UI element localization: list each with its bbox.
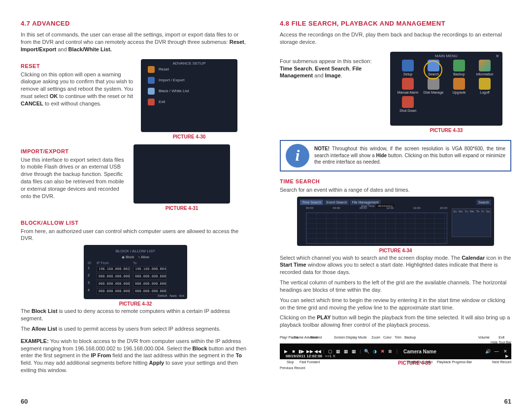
play-icon[interactable]: ▶ bbox=[283, 349, 289, 354]
fig33-caption: PICTURE 4-33 bbox=[390, 128, 502, 133]
fig30-caption: PICTURE 4-30 bbox=[141, 134, 237, 139]
note-box: i NOTE! Throughout this window, if the s… bbox=[280, 140, 511, 171]
figure-4-35: Play/ Pause Frame Advance Rewind Screen … bbox=[280, 336, 511, 372]
page-number-left: 60 bbox=[21, 398, 28, 405]
figure-4-32: BLOCK / ALLOW LIST ◉ Block ○ Allow ID IP… bbox=[84, 245, 187, 307]
timesearch-text: Search for an event within a range of da… bbox=[280, 186, 511, 194]
block-text: From here, an authorized user can contro… bbox=[21, 228, 250, 242]
figure-4-33: MAIN MENU ✕ Setup Search Backup Informat… bbox=[390, 52, 502, 133]
block-list-text: The Block List is used to deny access to… bbox=[21, 308, 250, 322]
select-channel-text: Select which channel you wish to search … bbox=[280, 254, 511, 276]
block-heading: BLOCK/ALLOW LIST bbox=[21, 220, 250, 226]
four-submenus: Four submenus appear in this section: Ti… bbox=[280, 58, 383, 80]
mode-1up-icon[interactable]: ▢ bbox=[327, 349, 333, 354]
zoom-icon[interactable]: 🔍 bbox=[364, 349, 370, 354]
fig34-caption: PICTURE 4-34 bbox=[297, 248, 494, 253]
figure-4-31: PICTURE 4-31 bbox=[133, 144, 230, 211]
close-icon: ✕ bbox=[496, 54, 499, 59]
note-text: NOTE! Throughout this window, if the scr… bbox=[314, 145, 505, 166]
impexp-heading: IMPORT/EXPORT bbox=[21, 148, 127, 154]
reset-heading: RESET bbox=[21, 63, 134, 69]
fig32-title: BLOCK / ALLOW LIST bbox=[88, 249, 183, 253]
page-number-right: 61 bbox=[504, 398, 511, 405]
color-icon[interactable]: ◑ bbox=[372, 349, 378, 354]
playback-timestamp: 08/19/2011 12:02:00 bbox=[286, 354, 322, 358]
fs-intro: Access the recordings on the DVR, play t… bbox=[280, 31, 511, 46]
heading-advanced: 4.7 ADVANCED bbox=[21, 20, 250, 27]
page-right: 4.8 FILE SEARCH, PLAYBACK AND MANAGEMENT… bbox=[266, 0, 532, 411]
fig32-caption: PICTURE 4-32 bbox=[84, 301, 187, 307]
hide-icon[interactable]: — bbox=[494, 349, 499, 354]
next-record-icon[interactable]: ▶ bbox=[505, 354, 508, 358]
advanced-intro: In this set of commands, the user can er… bbox=[21, 31, 250, 53]
reset-text: Clicking on this option will open a warn… bbox=[21, 71, 134, 107]
heading-filesearch: 4.8 FILE SEARCH, PLAYBACK AND MANAGEMENT bbox=[280, 20, 511, 27]
fig30-title: ADVANCE SETUP bbox=[141, 61, 237, 66]
info-icon: i bbox=[286, 144, 309, 168]
frame-icon[interactable]: ▮▶ bbox=[299, 349, 304, 354]
toolbar-labels-top: Play/ Pause Frame Advance Rewind Screen … bbox=[280, 336, 511, 343]
exit-icon[interactable]: ✕ bbox=[502, 349, 508, 354]
vertical-col-text: The vertical column of numbers to the le… bbox=[280, 279, 511, 294]
calendar: SuMoTuWeThFrSa bbox=[452, 208, 491, 237]
page-left: 4.7 ADVANCED In this set of commands, th… bbox=[0, 0, 266, 411]
figure-4-30: ADVANCE SETUP Reset Import / Export Blac… bbox=[141, 59, 237, 139]
mode-4up-icon[interactable]: ▦ bbox=[335, 349, 341, 354]
mode-9up-icon[interactable]: ▦ bbox=[343, 349, 349, 354]
trim-icon[interactable]: ✖ bbox=[380, 349, 386, 354]
search-highlight-ring bbox=[424, 61, 442, 79]
mode-16up-icon[interactable]: ▦ bbox=[351, 349, 357, 354]
play-button-text: Clicking on the PLAY button will begin t… bbox=[280, 314, 511, 329]
toolbar-labels-bottom: Stop Fast Forward Previous Record PICTUR… bbox=[280, 360, 511, 372]
main-menu-title: MAIN MENU bbox=[390, 54, 502, 58]
backup-icon[interactable]: 🗎 bbox=[388, 349, 394, 354]
figure-4-34: Time Search Event Search File Management… bbox=[297, 197, 494, 253]
select-time-text: You can select which time to begin the r… bbox=[280, 297, 511, 311]
rewind-icon[interactable]: ◀◀ bbox=[314, 349, 320, 354]
playback-speed: >>1 X bbox=[325, 354, 335, 358]
camera-name-label: Camera Name bbox=[403, 349, 436, 354]
example-text: EXAMPLE: You wish to block access to the… bbox=[21, 338, 250, 374]
ff-icon[interactable]: ▶▶ bbox=[306, 349, 312, 354]
allow-list-text: The Allow List is used to permit access … bbox=[21, 325, 250, 333]
playback-toolbar: ▶ ■ ▮▶ ▶▶ ◀◀ | ▢ ▦ ▦ ▦ | 🔍 ◑ ✖ 🗎 | Camer… bbox=[280, 343, 511, 359]
fig31-caption: PICTURE 4-31 bbox=[133, 206, 230, 211]
stop-icon[interactable]: ■ bbox=[291, 349, 297, 354]
timesearch-heading: TIME SEARCH bbox=[280, 178, 511, 184]
impexp-text: Use this interface to export select data… bbox=[21, 156, 127, 200]
volume-icon[interactable]: 🔊 bbox=[485, 349, 491, 354]
